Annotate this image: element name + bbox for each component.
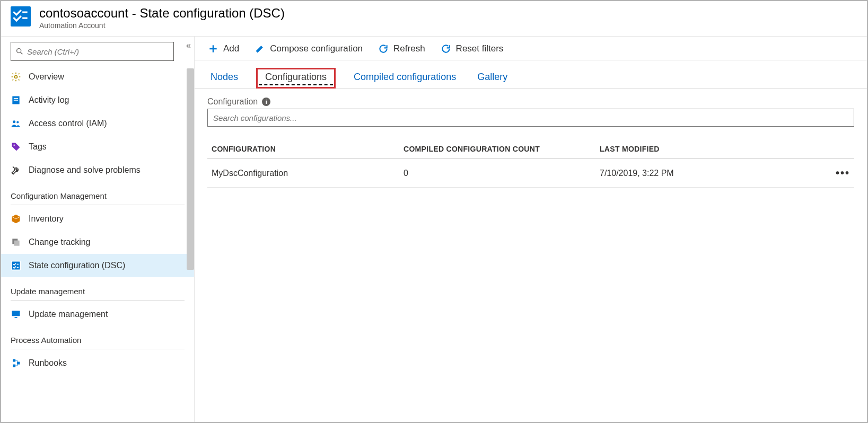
col-header-count[interactable]: COMPILED CONFIGURATION COUNT (404, 145, 600, 153)
sidebar-item-label: Access control (IAM) (29, 119, 107, 128)
svg-rect-18 (15, 317, 17, 318)
svg-point-4 (15, 76, 17, 78)
compose-button[interactable]: Compose configuration (254, 43, 363, 55)
people-icon (11, 118, 21, 129)
page-title: contosoaccount - State configuration (DS… (39, 6, 285, 20)
sidebar-item-overview[interactable]: Overview (1, 65, 194, 89)
sidebar-scrollbar[interactable] (187, 68, 194, 270)
svg-rect-20 (13, 365, 15, 367)
nav-group-process-auto: Process Automation (1, 326, 194, 348)
svg-rect-17 (12, 311, 20, 316)
refresh-button[interactable]: Refresh (378, 43, 425, 55)
tag-icon (11, 142, 21, 152)
tab-configurations[interactable]: Configurations (256, 68, 336, 89)
sidebar-item-label: Inventory (29, 214, 64, 224)
cell-count: 0 (404, 169, 600, 178)
reset-filters-button[interactable]: Reset filters (440, 43, 504, 55)
table-row[interactable]: MyDscConfiguration07/10/2019, 3:22 PM••• (207, 159, 854, 188)
col-header-configuration[interactable]: CONFIGURATION (207, 145, 404, 153)
toolbar: Add Compose configuration Refresh Reset … (195, 37, 867, 60)
tabs: Nodes Configurations Compiled configurat… (195, 60, 867, 89)
tab-gallery[interactable]: Gallery (474, 68, 511, 88)
configuration-search-input[interactable] (207, 109, 854, 127)
svg-rect-7 (14, 100, 18, 101)
collapse-sidebar-icon[interactable]: « (186, 41, 191, 50)
sidebar: « OverviewActivity logAccess control (IA… (1, 37, 195, 422)
svg-point-2 (17, 49, 21, 53)
row-context-menu[interactable]: ••• (828, 167, 854, 179)
reset-icon (440, 43, 452, 55)
sidebar-item-diagnose-and-solve-problems[interactable]: Diagnose and solve problems (1, 158, 194, 182)
cell-modified: 7/10/2019, 3:22 PM (600, 169, 828, 178)
sidebar-item-change-tracking[interactable]: Change tracking (1, 231, 194, 254)
sidebar-item-state-configuration-dsc-[interactable]: State configuration (DSC) (1, 254, 194, 277)
svg-rect-21 (17, 362, 20, 365)
sidebar-item-update-management[interactable]: Update management (1, 303, 194, 326)
svg-point-8 (13, 121, 15, 124)
info-icon[interactable]: i (262, 98, 270, 106)
svg-line-3 (21, 52, 22, 54)
wrench-icon (11, 165, 21, 175)
filter-label: Configuration (207, 97, 258, 107)
blade-header: contosoaccount - State configuration (DS… (1, 1, 867, 37)
dsc-resource-icon (11, 6, 31, 27)
main-content: Add Compose configuration Refresh Reset … (195, 37, 867, 422)
sidebar-item-label: Runbooks (29, 358, 67, 368)
stack-icon (11, 237, 21, 248)
configurations-table: CONFIGURATION COMPILED CONFIGURATION COU… (207, 145, 854, 188)
svg-rect-6 (14, 98, 18, 99)
sidebar-item-label: Tags (29, 142, 47, 152)
gear-icon (11, 72, 21, 82)
sidebar-item-tags[interactable]: Tags (1, 135, 194, 158)
sidebar-item-label: State configuration (DSC) (29, 261, 125, 270)
dsc-icon (11, 260, 21, 271)
svg-point-10 (13, 145, 15, 146)
sidebar-item-runbooks[interactable]: Runbooks (1, 351, 194, 375)
svg-line-11 (13, 167, 14, 169)
sidebar-search-input[interactable] (27, 47, 169, 56)
sidebar-item-inventory[interactable]: Inventory (1, 207, 194, 231)
cell-configuration: MyDscConfiguration (207, 169, 404, 178)
pencil-icon (254, 43, 266, 55)
sidebar-item-label: Diagnose and solve problems (29, 165, 141, 175)
sidebar-item-label: Update management (29, 310, 108, 319)
sidebar-item-access-control-iam-[interactable]: Access control (IAM) (1, 112, 194, 135)
sidebar-item-label: Overview (29, 72, 64, 82)
sidebar-search[interactable] (11, 42, 174, 61)
sidebar-item-activity-log[interactable]: Activity log (1, 89, 194, 112)
search-icon (15, 47, 24, 56)
page-subtitle: Automation Account (39, 21, 285, 30)
runbook-icon (11, 358, 21, 368)
refresh-icon (378, 43, 389, 55)
sidebar-item-label: Change tracking (29, 237, 91, 247)
monitor-icon (11, 309, 21, 320)
nav-group-config-mgmt: Configuration Management (1, 182, 194, 204)
svg-rect-19 (13, 359, 15, 362)
tab-nodes[interactable]: Nodes (207, 68, 241, 88)
svg-rect-14 (12, 261, 21, 270)
nav-group-update-mgmt: Update management (1, 277, 194, 299)
sidebar-item-label: Activity log (29, 95, 69, 105)
add-button[interactable]: Add (207, 43, 239, 55)
svg-rect-13 (14, 241, 20, 246)
box-icon (11, 214, 21, 224)
log-icon (11, 95, 21, 105)
plus-icon (207, 43, 219, 55)
col-header-modified[interactable]: LAST MODIFIED (600, 145, 828, 153)
tab-compiled-configurations[interactable]: Compiled configurations (350, 68, 459, 88)
svg-point-9 (16, 121, 19, 124)
